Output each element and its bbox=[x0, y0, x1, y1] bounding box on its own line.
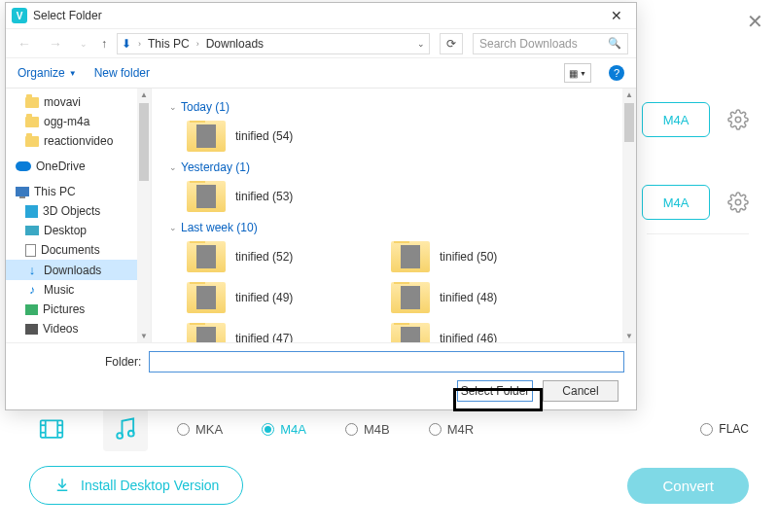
tree-item-label: ogg-m4a bbox=[44, 115, 89, 128]
folder-item[interactable]: tinified (52) bbox=[187, 238, 371, 275]
view-options-button[interactable]: ▦▼ bbox=[564, 63, 591, 83]
downloads-icon: ⬇ bbox=[122, 37, 131, 51]
organize-menu[interactable]: Organize ▼ bbox=[18, 66, 77, 80]
cancel-button[interactable]: Cancel bbox=[543, 380, 619, 402]
format-label: M4B bbox=[364, 422, 390, 437]
folder-name: tinified (46) bbox=[440, 332, 497, 342]
refresh-icon[interactable]: ⟳ bbox=[440, 33, 463, 54]
tree-item-3d-objects[interactable]: 3D Objects bbox=[6, 201, 151, 221]
folder-name: tinified (53) bbox=[235, 190, 293, 203]
tree-item-music[interactable]: ♪Music bbox=[6, 280, 151, 300]
scroll-down-icon[interactable]: ▼ bbox=[623, 330, 635, 342]
navigation-tree[interactable]: movaviogg-m4areactionvideoOneDriveThis P… bbox=[6, 89, 152, 342]
group-header[interactable]: ⌄Today (1) bbox=[169, 94, 636, 118]
video-tab-icon[interactable] bbox=[29, 407, 74, 451]
format-radio-flac[interactable]: FLAC bbox=[700, 422, 749, 436]
tree-item-label: 3D Objects bbox=[43, 204, 100, 218]
group-header[interactable]: ⌄Yesterday (1) bbox=[169, 155, 636, 178]
app-close-icon[interactable]: ✕ bbox=[747, 10, 763, 33]
tree-item-label: Downloads bbox=[44, 264, 101, 277]
help-icon[interactable]: ? bbox=[609, 65, 624, 81]
svg-point-1 bbox=[735, 199, 741, 205]
tree-item-onedrive[interactable]: OneDrive bbox=[6, 157, 151, 176]
folder-icon bbox=[187, 323, 226, 342]
folder-item[interactable]: tinified (48) bbox=[391, 279, 576, 316]
new-folder-button[interactable]: New folder bbox=[94, 66, 150, 80]
folder-icon bbox=[187, 282, 226, 313]
folder-name: tinified (47) bbox=[235, 332, 293, 342]
output-format-button-1[interactable]: M4A bbox=[642, 102, 710, 137]
tree-item-desktop[interactable]: Desktop bbox=[6, 221, 151, 240]
folder-name: tinified (49) bbox=[235, 291, 293, 304]
folder-icon bbox=[187, 181, 226, 212]
chevron-right-icon: › bbox=[138, 39, 141, 49]
file-list[interactable]: ⌄Today (1)tinified (54)⌄Yesterday (1)tin… bbox=[152, 89, 636, 342]
folder-name-input[interactable] bbox=[149, 351, 624, 372]
nav-back-icon: ← bbox=[14, 36, 35, 52]
radio-icon bbox=[700, 423, 713, 436]
settings-gear-icon[interactable] bbox=[727, 109, 749, 130]
tree-item-reactionvideo[interactable]: reactionvideo bbox=[6, 131, 151, 151]
tree-item-label: This PC bbox=[34, 185, 76, 198]
tree-item-videos[interactable]: Videos bbox=[6, 319, 151, 338]
output-format-button-2[interactable]: M4A bbox=[642, 185, 710, 220]
breadcrumb-loc[interactable]: Downloads bbox=[206, 37, 264, 51]
folder-item[interactable]: tinified (54) bbox=[187, 118, 371, 155]
folder-item[interactable]: tinified (53) bbox=[187, 178, 371, 215]
tree-item-ogg-m4a[interactable]: ogg-m4a bbox=[6, 112, 151, 131]
folder-item[interactable]: tinified (46) bbox=[391, 320, 576, 342]
address-bar[interactable]: ⬇ › This PC › Downloads ⌄ bbox=[117, 33, 430, 54]
content-scrollbar[interactable]: ▲ ▼ bbox=[622, 89, 636, 342]
address-dropdown-icon[interactable]: ⌄ bbox=[417, 39, 425, 49]
nav-up-icon[interactable]: ↑ bbox=[101, 37, 107, 51]
search-input[interactable]: Search Downloads 🔍 bbox=[473, 33, 628, 54]
tree-item-documents[interactable]: Documents bbox=[6, 240, 151, 260]
folder-item[interactable]: tinified (47) bbox=[187, 320, 371, 342]
tree-item-this-pc[interactable]: This PC bbox=[6, 182, 151, 201]
folder-input-label: Folder: bbox=[105, 355, 141, 369]
install-desktop-button[interactable]: Install Desktop Version bbox=[29, 466, 243, 505]
folder-item[interactable]: tinified (49) bbox=[187, 279, 371, 316]
settings-gear-icon[interactable] bbox=[727, 192, 749, 213]
folder-icon bbox=[391, 323, 430, 342]
format-label: FLAC bbox=[719, 422, 749, 436]
radio-icon bbox=[429, 423, 442, 436]
convert-button[interactable]: Convert bbox=[627, 468, 749, 504]
folder-item[interactable]: tinified (50) bbox=[391, 238, 576, 275]
breadcrumb-root[interactable]: This PC bbox=[148, 37, 190, 51]
chevron-right-icon: › bbox=[196, 39, 199, 49]
format-label: M4A bbox=[280, 422, 306, 437]
folder-icon bbox=[187, 121, 226, 152]
format-label: MKA bbox=[195, 422, 223, 437]
scroll-thumb[interactable] bbox=[139, 103, 149, 181]
scroll-thumb[interactable] bbox=[624, 103, 634, 142]
svg-rect-2 bbox=[41, 420, 63, 438]
format-radio-m4b[interactable]: M4B bbox=[345, 422, 390, 437]
format-radio-mka[interactable]: MKA bbox=[177, 422, 223, 437]
search-placeholder: Search Downloads bbox=[479, 37, 578, 51]
dialog-close-icon[interactable]: ✕ bbox=[603, 8, 630, 23]
chevron-down-icon: ⌄ bbox=[169, 223, 177, 232]
format-radio-m4a[interactable]: M4A bbox=[262, 422, 306, 437]
scroll-up-icon[interactable]: ▲ bbox=[623, 89, 635, 101]
group-header[interactable]: ⌄Last week (10) bbox=[169, 215, 636, 238]
install-label: Install Desktop Version bbox=[81, 478, 219, 493]
scroll-up-icon[interactable]: ▲ bbox=[138, 89, 150, 101]
format-radio-m4r[interactable]: M4R bbox=[429, 422, 474, 437]
group-title: Today (1) bbox=[181, 100, 230, 114]
select-folder-button[interactable]: Select Folder bbox=[457, 380, 533, 402]
nav-recent-icon[interactable]: ⌄ bbox=[76, 39, 91, 49]
radio-icon bbox=[177, 423, 190, 436]
group-title: Last week (10) bbox=[181, 221, 258, 234]
tree-scrollbar[interactable]: ▲ ▼ bbox=[137, 89, 151, 342]
svg-point-10 bbox=[128, 431, 134, 437]
radio-icon bbox=[345, 423, 358, 436]
tree-item-pictures[interactable]: Pictures bbox=[6, 300, 151, 319]
folder-icon bbox=[187, 241, 226, 272]
audio-tab-icon[interactable] bbox=[103, 407, 148, 451]
tree-item-local-disk-c-[interactable]: Local Disk (C:) bbox=[6, 338, 151, 342]
chevron-down-icon: ▼ bbox=[69, 69, 77, 78]
tree-item-movavi[interactable]: movavi bbox=[6, 92, 151, 112]
scroll-down-icon[interactable]: ▼ bbox=[138, 330, 150, 342]
tree-item-downloads[interactable]: ↓Downloads bbox=[6, 260, 151, 280]
